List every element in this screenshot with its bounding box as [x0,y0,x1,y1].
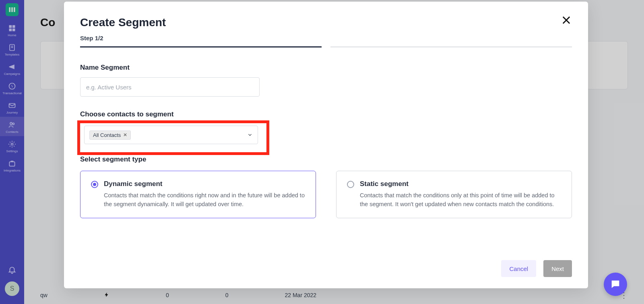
segment-type-dynamic[interactable]: Dynamic segment Contacts that match the … [80,171,316,218]
name-segment-label: Name Segment [80,64,572,72]
card-desc: Contacts that match the conditions only … [360,191,561,209]
card-desc: Contacts that match the conditions right… [104,191,305,209]
modal-title: Create Segment [80,16,572,29]
create-segment-modal: Create Segment Step 1/2 Name Segment Cho… [64,2,588,288]
choose-contacts-label: Choose contacts to segment [80,110,572,118]
radio-dynamic[interactable] [91,181,98,188]
contacts-dropdown[interactable]: All Contacts ✕ [84,126,258,144]
step-label: Step 1/2 [80,35,572,41]
progress-bar [80,46,572,48]
chip-label: All Contacts [93,132,121,138]
segment-type-label: Select segment type [80,155,572,163]
chevron-down-icon [247,132,253,138]
progress-step-1 [80,46,322,48]
cancel-button[interactable]: Cancel [501,260,536,277]
card-title: Dynamic segment [104,180,305,188]
selected-contact-chip: All Contacts ✕ [89,130,131,140]
radio-static[interactable] [347,181,354,188]
chat-launcher[interactable] [604,273,627,296]
next-button[interactable]: Next [543,260,572,277]
close-button[interactable] [561,14,572,26]
segment-name-input[interactable] [80,77,260,97]
card-title: Static segment [360,180,561,188]
segment-type-static[interactable]: Static segment Contacts that match the c… [336,171,572,218]
progress-step-2 [330,46,572,48]
chip-remove-icon[interactable]: ✕ [123,132,127,138]
